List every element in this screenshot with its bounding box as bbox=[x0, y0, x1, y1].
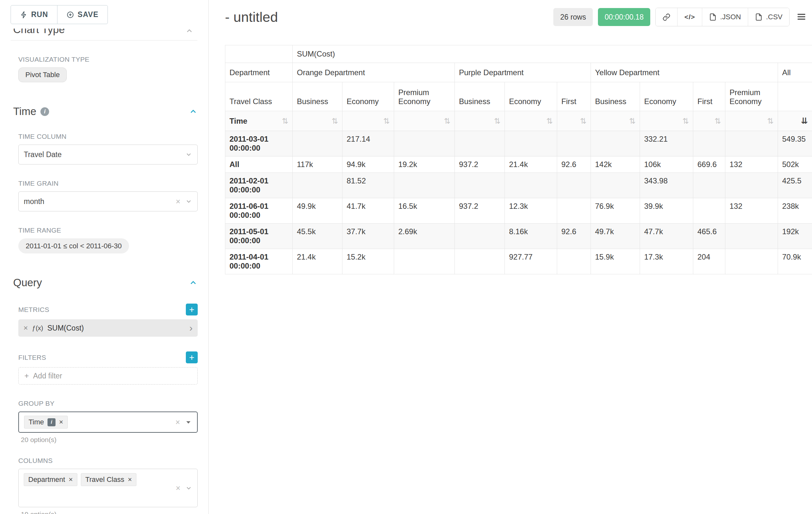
sort-column-cell[interactable]: ⇅ bbox=[591, 111, 640, 131]
visualization-type-value[interactable]: Pivot Table bbox=[18, 67, 67, 82]
sort-icon[interactable]: ⇅ bbox=[331, 117, 338, 125]
add-filter-button[interactable]: + Add filter bbox=[18, 367, 198, 384]
time-section-header[interactable]: Time i bbox=[13, 105, 198, 117]
sort-icon[interactable]: ⇅ bbox=[546, 117, 553, 125]
remove-metric-icon[interactable]: × bbox=[23, 324, 28, 332]
value-cell: 45.5k bbox=[293, 224, 343, 249]
save-button-label: SAVE bbox=[78, 10, 98, 19]
value-cell bbox=[394, 249, 455, 274]
time-range-label: TIME RANGE bbox=[18, 226, 61, 234]
value-cell: 927.77 bbox=[505, 249, 557, 274]
visualization-type-field: VISUALIZATION TYPE Pivot Table bbox=[18, 55, 198, 82]
time-column-select[interactable]: Travel Date bbox=[18, 144, 198, 164]
clear-icon[interactable]: × bbox=[176, 484, 180, 492]
remove-tag-icon[interactable]: × bbox=[128, 476, 132, 484]
sort-icon[interactable]: ⇅ bbox=[767, 117, 774, 125]
sort-column-cell[interactable]: ⇊ bbox=[778, 111, 812, 131]
tag-label: Time bbox=[29, 418, 44, 426]
sort-column-cell[interactable]: ⇅ bbox=[455, 111, 505, 131]
sort-column-cell[interactable]: ⇅ bbox=[293, 111, 343, 131]
chart-title: - untitled bbox=[225, 9, 278, 25]
remove-tag-icon[interactable]: × bbox=[59, 418, 63, 426]
share-link-button[interactable] bbox=[656, 8, 677, 26]
chart-header-actions: 26 rows 00:00:00.18 </> .JSON . bbox=[553, 8, 808, 26]
clear-icon[interactable]: × bbox=[175, 418, 180, 426]
columns-tag[interactable]: Department × bbox=[24, 473, 77, 486]
menu-button[interactable] bbox=[795, 10, 808, 24]
time-grain-select[interactable]: month × bbox=[18, 191, 198, 211]
sort-desc-icon[interactable]: ⇊ bbox=[801, 116, 808, 126]
sort-icon[interactable]: ⇅ bbox=[444, 117, 450, 125]
sort-column-cell[interactable]: ⇅ bbox=[693, 111, 725, 131]
export-json-button[interactable]: .JSON bbox=[702, 8, 748, 26]
value-cell: 92.6 bbox=[557, 224, 591, 249]
columns-tag[interactable]: Travel Class × bbox=[81, 473, 137, 486]
value-cell bbox=[693, 173, 725, 198]
chevron-up-icon[interactable] bbox=[189, 278, 198, 287]
column-group-header: Purple Department bbox=[455, 63, 591, 82]
file-download-icon bbox=[709, 13, 717, 21]
bolt-icon bbox=[20, 11, 28, 19]
filters-field: FILTERS + + Add filter bbox=[18, 351, 198, 384]
table-row: 2011-03-01 00:00:00217.14332.21549.35 bbox=[225, 131, 812, 157]
value-cell: 8.16k bbox=[505, 224, 557, 249]
sort-icon[interactable]: ⇅ bbox=[629, 117, 636, 125]
value-cell: 132 bbox=[725, 157, 778, 173]
add-metric-button[interactable]: + bbox=[186, 304, 198, 316]
add-filter-plus-button[interactable]: + bbox=[186, 351, 198, 363]
sort-icon[interactable]: ⇅ bbox=[383, 117, 389, 125]
group-by-tag[interactable]: Time i × bbox=[24, 416, 68, 429]
value-cell: 238k bbox=[778, 198, 812, 224]
time-range-value[interactable]: 2011-01-01 ≤ col < 2011-06-30 bbox=[18, 238, 129, 253]
save-button[interactable]: SAVE bbox=[57, 5, 108, 24]
value-cell bbox=[293, 131, 343, 157]
value-cell: 192k bbox=[778, 224, 812, 249]
value-cell: 70.9k bbox=[778, 249, 812, 274]
time-grain-field: TIME GRAIN month × bbox=[18, 179, 198, 211]
group-by-field: GROUP BY Time i × × 20 option(s) bbox=[18, 399, 198, 444]
clear-icon[interactable]: × bbox=[176, 197, 180, 206]
value-cell bbox=[725, 224, 778, 249]
sort-icon[interactable]: ⇅ bbox=[494, 117, 500, 125]
sort-icon[interactable]: ⇅ bbox=[715, 117, 721, 125]
sort-icon[interactable]: ⇅ bbox=[682, 117, 689, 125]
run-button-label: RUN bbox=[31, 10, 48, 19]
sort-column-cell[interactable]: ⇅ bbox=[505, 111, 557, 131]
value-cell bbox=[557, 131, 591, 157]
metric-item[interactable]: × ƒ(x) SUM(Cost) › bbox=[18, 319, 198, 337]
value-cell: 425.5 bbox=[778, 173, 812, 198]
sort-column-cell[interactable]: ⇅ bbox=[640, 111, 693, 131]
value-cell: 549.35 bbox=[778, 131, 812, 157]
sort-icon[interactable]: ⇅ bbox=[580, 117, 586, 125]
view-query-button[interactable]: </> bbox=[677, 8, 702, 26]
value-cell: 937.2 bbox=[455, 157, 505, 173]
export-csv-button[interactable]: .CSV bbox=[748, 8, 789, 26]
column-header: Economy bbox=[505, 82, 557, 111]
run-button[interactable]: RUN bbox=[10, 5, 57, 24]
caret-down-icon bbox=[185, 484, 192, 491]
sort-column-cell[interactable]: ⇅ bbox=[725, 111, 778, 131]
row-dimension-header[interactable]: Time⇅ bbox=[225, 111, 293, 131]
sort-column-cell[interactable]: ⇅ bbox=[394, 111, 455, 131]
export-button-group: </> .JSON .CSV bbox=[656, 8, 789, 26]
columns-field: COLUMNS Department × Travel Class × × bbox=[18, 457, 198, 514]
explore-view: RUN SAVE Chart Type VISUALIZATION TYPE P… bbox=[0, 0, 812, 514]
value-cell: 15.2k bbox=[343, 249, 394, 274]
time-column-field: TIME COLUMN Travel Date bbox=[18, 132, 198, 164]
group-by-select[interactable]: Time i × × bbox=[18, 411, 198, 433]
query-section-header[interactable]: Query bbox=[13, 277, 198, 289]
chart-type-section-header[interactable]: Chart Type bbox=[13, 29, 197, 38]
row-header: 2011-02-01 00:00:00 bbox=[225, 173, 293, 198]
value-cell bbox=[557, 249, 591, 274]
column-header: First bbox=[693, 82, 725, 111]
remove-tag-icon[interactable]: × bbox=[69, 476, 73, 484]
chevron-up-icon[interactable] bbox=[189, 107, 198, 116]
chart-type-heading: Chart Type bbox=[13, 29, 197, 36]
columns-label: COLUMNS bbox=[18, 457, 53, 464]
sort-column-cell[interactable]: ⇅ bbox=[557, 111, 591, 131]
options-hint: 19 option(s) bbox=[21, 511, 198, 514]
columns-select[interactable]: Department × Travel Class × × bbox=[18, 469, 198, 507]
value-cell: 49.9k bbox=[293, 198, 343, 224]
sort-icon[interactable]: ⇅ bbox=[282, 117, 288, 125]
sort-column-cell[interactable]: ⇅ bbox=[343, 111, 394, 131]
